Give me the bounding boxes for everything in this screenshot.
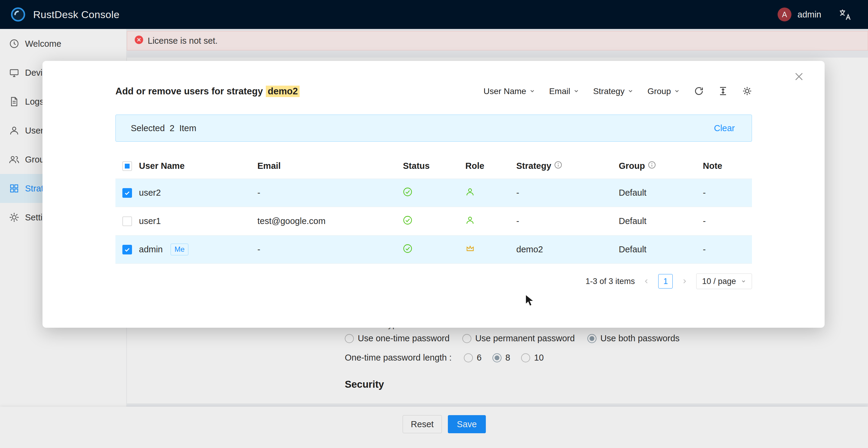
check-circle-icon	[403, 244, 412, 256]
row-checkbox[interactable]	[122, 245, 132, 255]
modal-title: Add or remove users for strategy demo2	[116, 86, 300, 97]
chevron-down-icon	[529, 87, 535, 96]
close-icon	[795, 72, 804, 82]
close-button[interactable]	[791, 69, 807, 85]
col-label: Strategy	[516, 161, 551, 171]
selection-count: 2	[170, 123, 175, 133]
cell-note: -	[703, 244, 752, 255]
row-checkbox[interactable]	[122, 216, 132, 226]
col-label: Group	[619, 161, 645, 171]
user-role-icon	[465, 215, 475, 227]
cell-group: Default	[619, 216, 703, 226]
indeterminate-mark	[125, 164, 130, 169]
refresh-button[interactable]	[694, 86, 704, 97]
filter-strategy[interactable]: Strategy	[593, 87, 633, 96]
filter-label: Strategy	[593, 87, 624, 96]
col-strategy: Strategy	[516, 161, 619, 171]
chevron-down-icon	[573, 87, 579, 96]
col-group: Group	[619, 161, 703, 171]
cell-note: -	[703, 216, 752, 226]
me-tag: Me	[170, 244, 188, 255]
refresh-icon	[694, 86, 704, 97]
cell-username: user2	[139, 188, 257, 198]
modal-header: Add or remove users for strategy demo2 U…	[116, 86, 752, 97]
filter-label: Group	[647, 87, 671, 96]
strategy-name-highlight: demo2	[266, 86, 300, 97]
density-button[interactable]	[718, 86, 728, 97]
filter-user-name[interactable]: User Name	[484, 87, 535, 96]
page-size-select[interactable]: 10 / page	[696, 273, 752, 289]
check-circle-icon	[403, 187, 412, 199]
table-row[interactable]: admin Me - demo2 Default -	[116, 235, 752, 264]
cell-username: user1	[139, 216, 257, 226]
filter-email[interactable]: Email	[549, 87, 579, 96]
col-note: Note	[703, 161, 752, 171]
cell-role	[465, 244, 516, 256]
prev-page-button[interactable]	[641, 274, 652, 289]
cell-role	[465, 215, 516, 227]
chevron-down-icon	[741, 277, 746, 286]
chevron-down-icon	[674, 87, 680, 96]
selection-prefix: Selected	[131, 123, 165, 133]
cell-status	[403, 187, 465, 199]
modal-title-text: Add or remove users for strategy	[116, 86, 263, 97]
username-text: admin	[139, 244, 163, 255]
admin-crown-icon	[465, 244, 475, 256]
column-height-icon	[718, 86, 728, 97]
filter-group[interactable]: Group	[647, 87, 680, 96]
col-email: Email	[257, 161, 403, 171]
cell-strategy: -	[516, 216, 619, 226]
chevron-down-icon	[627, 87, 633, 96]
selection-suffix: Item	[179, 123, 196, 133]
clear-selection-link[interactable]: Clear	[714, 123, 735, 133]
page-number-button[interactable]: 1	[658, 274, 673, 289]
table-row[interactable]: user1 test@google.com - Default -	[116, 207, 752, 235]
info-icon[interactable]	[648, 161, 656, 171]
check-circle-icon	[403, 215, 412, 227]
selection-bar: Selected 2 Item Clear	[116, 115, 752, 142]
pagination-total: 1-3 of 3 items	[586, 277, 635, 286]
cell-status	[403, 215, 465, 227]
table-row[interactable]: user2 - - Default -	[116, 179, 752, 207]
user-role-icon	[465, 187, 475, 199]
cell-note: -	[703, 188, 752, 198]
next-page-button[interactable]	[679, 274, 689, 289]
page-size-value: 10 / page	[702, 277, 736, 286]
table-toolbar: User Name Email Strategy Group	[484, 86, 752, 97]
column-settings-button[interactable]	[742, 86, 752, 97]
add-remove-users-modal: Add or remove users for strategy demo2 U…	[42, 61, 825, 328]
col-status: Status	[403, 161, 465, 171]
cell-username: admin Me	[139, 244, 257, 255]
cell-email: -	[257, 188, 403, 198]
cell-group: Default	[619, 188, 703, 198]
cell-strategy: -	[516, 188, 619, 198]
filter-label: Email	[549, 87, 570, 96]
info-icon[interactable]	[554, 161, 562, 171]
cell-status	[403, 244, 465, 256]
users-table: User Name Email Status Role Strategy Gro…	[116, 153, 752, 264]
filter-label: User Name	[484, 87, 526, 96]
cell-email: -	[257, 244, 403, 255]
table-header-row: User Name Email Status Role Strategy Gro…	[116, 153, 752, 179]
row-checkbox[interactable]	[122, 188, 132, 198]
cell-strategy: demo2	[516, 244, 619, 255]
select-all-checkbox[interactable]	[122, 161, 132, 171]
col-role: Role	[465, 161, 516, 171]
cell-role	[465, 187, 516, 199]
cell-group: Default	[619, 244, 703, 255]
col-user-name: User Name	[139, 161, 257, 171]
gear-icon	[742, 86, 752, 97]
cell-email: test@google.com	[257, 216, 403, 226]
pagination: 1-3 of 3 items 1 10 / page	[116, 273, 752, 289]
